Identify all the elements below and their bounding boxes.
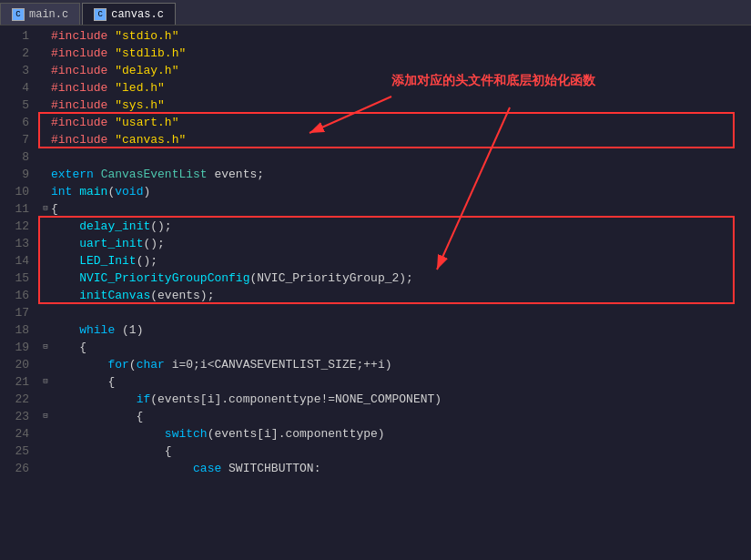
line-number-15: 15 [0, 270, 29, 287]
code-line-10: int main(void) [40, 183, 751, 200]
code-line-7: #include "canvas.h" [40, 131, 751, 148]
token [94, 166, 101, 183]
fold-marker-4 [40, 79, 51, 97]
code-line-11: ⊟{ [40, 200, 751, 218]
line-number-21: 21 [0, 373, 29, 391]
fold-marker-6 [40, 114, 51, 131]
editor: 1234567891011121314151617181920212223242… [0, 25, 751, 560]
tab-icon-main: C [12, 8, 25, 21]
token: "canvas.h" [115, 131, 186, 148]
line-number-22: 22 [0, 391, 29, 408]
token [107, 27, 115, 45]
token [107, 97, 115, 114]
line-number-13: 13 [0, 235, 29, 252]
token: ( [249, 270, 257, 287]
fold-marker-23: ⊟ [40, 408, 51, 425]
token: ( [129, 356, 137, 373]
fold-marker-5 [40, 97, 51, 114]
token [51, 287, 79, 304]
tab-icon-canvas: C [94, 8, 107, 21]
code-line-26: case SWITCHBUTTON: [40, 460, 751, 477]
token: case [193, 460, 221, 477]
token: { [51, 373, 115, 391]
tab-canvas-c[interactable]: C canvas.c [82, 3, 176, 25]
token: ( [107, 183, 115, 200]
token [107, 131, 115, 148]
line-number-25: 25 [0, 443, 29, 460]
token: extern [51, 166, 94, 183]
fold-marker-10 [40, 183, 51, 200]
line-number-7: 7 [0, 131, 29, 148]
code-line-5: #include "sys.h" [40, 97, 751, 114]
code-line-20: for(char i=0;i<CANVASEVENTLIST_SIZE;++i) [40, 356, 751, 373]
tab-label-main: main.c [29, 8, 68, 21]
line-number-18: 18 [0, 321, 29, 339]
code-line-1: #include "stdio.h" [40, 27, 751, 45]
code-line-25: { [40, 443, 751, 460]
fold-marker-20 [40, 356, 51, 373]
token: #include [51, 27, 107, 45]
line-number-20: 20 [0, 356, 29, 373]
fold-marker-11: ⊟ [40, 200, 51, 218]
annotation-text: 添加对应的头文件和底层初始化函数 [391, 73, 595, 89]
token: char [137, 356, 165, 373]
line-number-16: 16 [0, 287, 29, 304]
tab-main-c[interactable]: C main.c [0, 3, 80, 25]
line-number-17: 17 [0, 304, 29, 321]
line-number-8: 8 [0, 148, 29, 166]
token: (events); [150, 287, 214, 304]
token: "usart.h" [115, 114, 178, 131]
fold-marker-22 [40, 391, 51, 408]
token [107, 45, 115, 62]
line-number-1: 1 [0, 27, 29, 45]
fold-marker-8 [40, 148, 51, 166]
fold-marker-19: ⊟ [40, 339, 51, 356]
code-line-16: initCanvas(events); [40, 287, 751, 304]
token: #include [51, 79, 107, 97]
fold-marker-7 [40, 131, 51, 148]
code-line-21: ⊟ { [40, 373, 751, 391]
fold-marker-12 [40, 218, 51, 235]
code-line-22: if(events[i].componenttype!=NONE_COMPONE… [40, 391, 751, 408]
line-number-14: 14 [0, 252, 29, 270]
token [51, 356, 107, 373]
token: void [115, 183, 143, 200]
code-line-2: #include "stdlib.h" [40, 45, 751, 62]
fold-marker-26 [40, 460, 51, 477]
token: main [79, 183, 107, 200]
line-number-4: 4 [0, 79, 29, 97]
line-numbers: 1234567891011121314151617181920212223242… [0, 25, 36, 560]
token: events; [208, 166, 264, 183]
token [51, 460, 193, 477]
token: (events[i].componenttype) [208, 425, 385, 443]
line-number-26: 26 [0, 460, 29, 477]
token: { [51, 200, 58, 218]
token: #include [51, 45, 107, 62]
fold-marker-1 [40, 27, 51, 45]
line-number-19: 19 [0, 339, 29, 356]
token: while [79, 321, 115, 339]
token: { [51, 408, 143, 425]
code-area[interactable]: #include "stdio.h" #include "stdlib.h" #… [36, 25, 751, 560]
token: int [51, 183, 72, 200]
token [51, 391, 137, 408]
fold-marker-15 [40, 270, 51, 287]
line-number-2: 2 [0, 45, 29, 62]
token [107, 62, 115, 79]
token: delay_init [79, 218, 150, 235]
code-line-8 [40, 148, 751, 166]
token [107, 114, 115, 131]
token: #include [51, 62, 107, 79]
token: #include [51, 114, 107, 131]
token [51, 425, 165, 443]
token [51, 252, 79, 270]
fold-marker-24 [40, 425, 51, 443]
token: NVIC_PriorityGroup_2 [257, 270, 399, 287]
line-number-24: 24 [0, 425, 29, 443]
code-line-6: #include "usart.h" [40, 114, 751, 131]
fold-marker-2 [40, 45, 51, 62]
token: if [137, 391, 151, 408]
token: SWITCHBUTTON: [221, 460, 320, 477]
token: (1) [115, 321, 143, 339]
token: "stdio.h" [115, 27, 178, 45]
